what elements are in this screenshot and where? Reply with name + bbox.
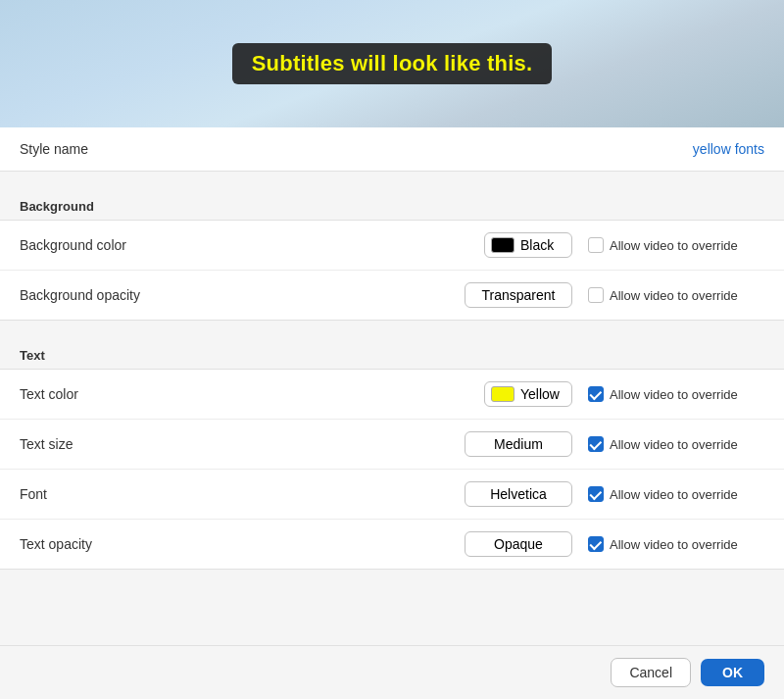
- text-size-override: Allow video to override: [588, 436, 764, 452]
- gap-3: [0, 570, 784, 589]
- text-opacity-control: Opaque Allow video to override: [465, 531, 764, 557]
- settings-scroll-area: Background Background color Black Allow …: [0, 172, 784, 645]
- text-opacity-label: Text opacity: [20, 536, 216, 552]
- style-name-row: Style name yellow fonts: [0, 127, 784, 172]
- text-color-row: Text color Yellow Allow video to overrid…: [0, 370, 784, 420]
- background-color-dropdown[interactable]: Black: [484, 232, 572, 258]
- background-section-header: Background: [0, 191, 784, 220]
- dialog-footer: Cancel OK: [0, 645, 784, 699]
- subtitle-preview-area: Subtitles will look like this.: [0, 0, 784, 127]
- background-color-override-label: Allow video to override: [610, 238, 738, 253]
- text-size-row: Text size Medium Allow video to override: [0, 420, 784, 470]
- background-opacity-row: Background opacity Transparent Allow vid…: [0, 271, 784, 320]
- text-color-label: Text color: [20, 386, 216, 402]
- text-color-value: Yellow: [520, 386, 560, 402]
- background-opacity-control: Transparent Allow video to override: [465, 282, 764, 308]
- text-opacity-value: Opaque: [494, 536, 543, 552]
- font-row: Font Helvetica Allow video to override: [0, 470, 784, 520]
- background-color-row: Background color Black Allow video to ov…: [0, 221, 784, 271]
- font-label: Font: [20, 486, 216, 502]
- text-opacity-override-label: Allow video to override: [610, 537, 738, 552]
- text-color-dropdown[interactable]: Yellow: [484, 381, 572, 407]
- text-color-override-label: Allow video to override: [610, 387, 738, 402]
- font-dropdown[interactable]: Helvetica: [465, 481, 572, 507]
- background-opacity-label: Background opacity: [20, 287, 216, 303]
- style-name-label: Style name: [20, 141, 88, 157]
- gap-1: [0, 172, 784, 191]
- font-override-checkbox[interactable]: [588, 486, 604, 502]
- text-color-swatch: [491, 386, 514, 402]
- text-opacity-override: Allow video to override: [588, 536, 764, 552]
- text-size-label: Text size: [20, 436, 216, 452]
- font-override: Allow video to override: [588, 486, 764, 502]
- background-color-value: Black: [520, 237, 554, 253]
- text-opacity-dropdown[interactable]: Opaque: [465, 531, 572, 557]
- background-opacity-override-label: Allow video to override: [610, 288, 738, 303]
- dialog-content: Style name yellow fonts Background Backg…: [0, 127, 784, 699]
- font-override-label: Allow video to override: [610, 487, 738, 502]
- text-size-value: Medium: [494, 436, 543, 452]
- text-opacity-row: Text opacity Opaque Allow video to overr…: [0, 520, 784, 569]
- style-name-value[interactable]: yellow fonts: [693, 141, 764, 157]
- background-opacity-value: Transparent: [482, 287, 556, 303]
- text-settings-group: Text color Yellow Allow video to overrid…: [0, 369, 784, 570]
- background-opacity-override: Allow video to override: [588, 287, 764, 303]
- background-color-swatch: [491, 237, 514, 253]
- background-color-control: Black Allow video to override: [484, 232, 764, 258]
- text-opacity-override-checkbox[interactable]: [588, 536, 604, 552]
- background-opacity-dropdown[interactable]: Transparent: [465, 282, 572, 308]
- background-color-override: Allow video to override: [588, 237, 764, 253]
- ok-button[interactable]: OK: [701, 659, 764, 686]
- background-color-override-checkbox[interactable]: [588, 237, 604, 253]
- text-size-override-checkbox[interactable]: [588, 436, 604, 452]
- font-value: Helvetica: [490, 486, 547, 502]
- font-control: Helvetica Allow video to override: [465, 481, 764, 507]
- text-color-control: Yellow Allow video to override: [484, 381, 764, 407]
- text-color-override-checkbox[interactable]: [588, 386, 604, 402]
- text-color-override: Allow video to override: [588, 386, 764, 402]
- text-size-override-label: Allow video to override: [610, 437, 738, 452]
- text-size-dropdown[interactable]: Medium: [465, 431, 572, 457]
- text-section-header: Text: [0, 340, 784, 369]
- text-size-control: Medium Allow video to override: [465, 431, 764, 457]
- background-opacity-override-checkbox[interactable]: [588, 287, 604, 303]
- subtitle-preview-text: Subtitles will look like this.: [232, 43, 553, 84]
- background-color-label: Background color: [20, 237, 216, 253]
- cancel-button[interactable]: Cancel: [611, 658, 691, 687]
- gap-2: [0, 321, 784, 340]
- background-settings-group: Background color Black Allow video to ov…: [0, 220, 784, 321]
